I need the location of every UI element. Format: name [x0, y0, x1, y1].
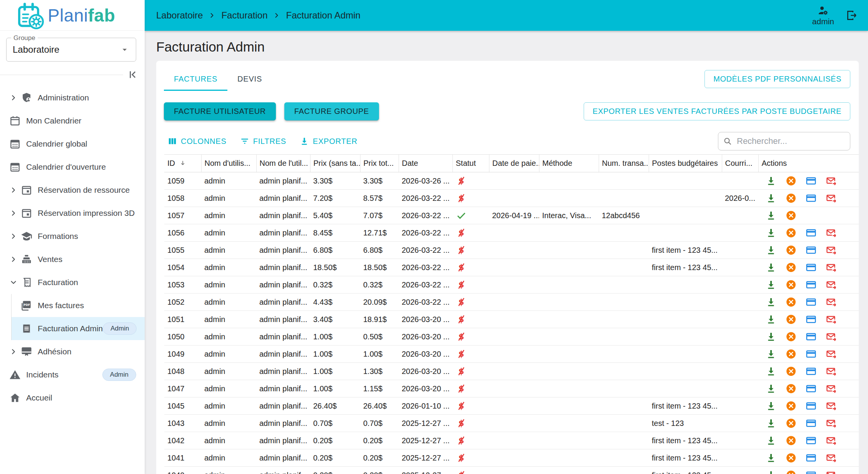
- send-invoice-email-icon[interactable]: [825, 296, 837, 308]
- download-invoice-icon[interactable]: [765, 383, 777, 394]
- cancel-invoice-icon[interactable]: [785, 383, 797, 394]
- tab-devis[interactable]: DEVIS: [227, 70, 272, 90]
- download-invoice-icon[interactable]: [765, 452, 777, 464]
- column-header-date[interactable]: Date: [399, 155, 452, 172]
- filters-button[interactable]: FILTRES: [240, 136, 286, 146]
- sidebar-item-administration[interactable]: Administration: [0, 86, 145, 109]
- breadcrumb-section[interactable]: Facturation: [221, 10, 267, 21]
- cancel-invoice-icon[interactable]: [785, 331, 797, 342]
- send-invoice-email-icon[interactable]: [825, 417, 837, 429]
- download-invoice-icon[interactable]: [765, 296, 777, 308]
- breadcrumb-group[interactable]: Laboratoire: [156, 10, 203, 21]
- sidebar-item-accueil[interactable]: Accueil: [0, 386, 145, 409]
- column-header-nom-d-utilis[interactable]: Nom d'utilis...: [201, 155, 256, 172]
- send-invoice-email-icon[interactable]: [825, 400, 837, 412]
- send-invoice-email-icon[interactable]: [825, 314, 837, 325]
- sidebar-item-ventes[interactable]: Ventes: [0, 248, 145, 271]
- logout-icon[interactable]: [846, 9, 858, 22]
- sidebar-item-reservation-de-ressource[interactable]: Réservation de ressource: [0, 179, 145, 202]
- column-header-date-de-paie[interactable]: Date de paie...: [489, 155, 539, 172]
- send-invoice-email-icon[interactable]: [825, 331, 837, 342]
- cancel-invoice-icon[interactable]: [785, 192, 797, 204]
- cancel-invoice-icon[interactable]: [785, 314, 797, 325]
- cancel-invoice-icon[interactable]: [785, 417, 797, 429]
- cancel-invoice-icon[interactable]: [785, 279, 797, 290]
- export-sales-button[interactable]: EXPORTER LES VENTES FACTURÉES PAR POSTE …: [584, 102, 850, 120]
- collapse-sidebar-icon[interactable]: [127, 69, 139, 80]
- cancel-invoice-icon[interactable]: [785, 452, 797, 464]
- download-invoice-icon[interactable]: [765, 262, 777, 273]
- column-header-num-transa[interactable]: Num. transa...: [599, 155, 649, 172]
- sort-descending-icon[interactable]: [179, 159, 187, 167]
- column-header-methode[interactable]: Méthode: [539, 155, 599, 172]
- sidebar-item-calendrier-global[interactable]: Calendrier global: [0, 132, 145, 155]
- download-invoice-icon[interactable]: [765, 417, 777, 429]
- sidebar-item-calendrier-d-ouverture[interactable]: Calendrier d'ouverture: [0, 155, 145, 179]
- send-invoice-email-icon[interactable]: [825, 244, 837, 256]
- sidebar-item-incidents[interactable]: IncidentsAdmin: [0, 363, 145, 386]
- send-invoice-email-icon[interactable]: [825, 279, 837, 290]
- download-invoice-icon[interactable]: [765, 244, 777, 256]
- payment-icon[interactable]: [805, 400, 817, 412]
- column-header-postes-budgetaires[interactable]: Postes budgétaires: [649, 155, 722, 172]
- invoice-group-button[interactable]: FACTURE GROUPE: [284, 102, 379, 120]
- sidebar-item-mes-factures[interactable]: Mes factures: [11, 294, 145, 317]
- cancel-invoice-icon[interactable]: [785, 435, 797, 446]
- column-header-prix-sans-ta[interactable]: Prix (sans ta...: [310, 155, 360, 172]
- column-header-courri[interactable]: Courri...: [722, 155, 758, 172]
- send-invoice-email-icon[interactable]: [825, 452, 837, 464]
- payment-icon[interactable]: [805, 469, 817, 474]
- download-invoice-icon[interactable]: [765, 348, 777, 360]
- payment-icon[interactable]: [805, 383, 817, 394]
- payment-icon[interactable]: [805, 279, 817, 290]
- invoice-user-button[interactable]: FACTURE UTILISATEUR: [164, 102, 276, 120]
- column-header-id[interactable]: ID: [164, 155, 201, 172]
- payment-icon[interactable]: [805, 366, 817, 377]
- columns-button[interactable]: COLONNES: [167, 136, 227, 146]
- group-select[interactable]: Groupe Laboratoire: [6, 38, 136, 62]
- payment-icon[interactable]: [805, 348, 817, 360]
- cancel-invoice-icon[interactable]: [785, 400, 797, 412]
- sidebar-item-reservation-impression-3d[interactable]: Réservation impression 3D: [0, 202, 145, 225]
- logo[interactable]: Planifab: [0, 0, 145, 31]
- download-invoice-icon[interactable]: [765, 435, 777, 446]
- payment-icon[interactable]: [805, 331, 817, 342]
- cancel-invoice-icon[interactable]: [785, 296, 797, 308]
- send-invoice-email-icon[interactable]: [825, 383, 837, 394]
- payment-icon[interactable]: [805, 435, 817, 446]
- download-invoice-icon[interactable]: [765, 175, 777, 187]
- payment-icon[interactable]: [805, 175, 817, 187]
- cancel-invoice-icon[interactable]: [785, 262, 797, 273]
- send-invoice-email-icon[interactable]: [825, 366, 837, 377]
- payment-icon[interactable]: [805, 314, 817, 325]
- download-invoice-icon[interactable]: [765, 469, 777, 474]
- sidebar-item-facturation[interactable]: Facturation: [0, 271, 145, 294]
- cancel-invoice-icon[interactable]: [785, 469, 797, 474]
- payment-icon[interactable]: [805, 244, 817, 256]
- column-header-nom-de-l-util[interactable]: Nom de l'util...: [256, 155, 310, 172]
- cancel-invoice-icon[interactable]: [785, 227, 797, 239]
- column-header-prix-tot[interactable]: Prix tot...: [360, 155, 399, 172]
- cancel-invoice-icon[interactable]: [785, 175, 797, 187]
- download-invoice-icon[interactable]: [765, 279, 777, 290]
- payment-icon[interactable]: [805, 296, 817, 308]
- download-invoice-icon[interactable]: [765, 210, 777, 221]
- cancel-invoice-icon[interactable]: [785, 210, 797, 221]
- send-invoice-email-icon[interactable]: [825, 435, 837, 446]
- payment-icon[interactable]: [805, 192, 817, 204]
- cancel-invoice-icon[interactable]: [785, 244, 797, 256]
- sidebar-item-formations[interactable]: Formations: [0, 225, 145, 248]
- send-invoice-email-icon[interactable]: [825, 262, 837, 273]
- send-invoice-email-icon[interactable]: [825, 469, 837, 474]
- download-invoice-icon[interactable]: [765, 331, 777, 342]
- sidebar-item-mon-calendrier[interactable]: Mon Calendrier: [0, 109, 145, 132]
- send-invoice-email-icon[interactable]: [825, 192, 837, 204]
- sidebar-item-facturation-admin[interactable]: Facturation AdminAdmin: [11, 317, 145, 340]
- send-invoice-email-icon[interactable]: [825, 227, 837, 239]
- download-invoice-icon[interactable]: [765, 366, 777, 377]
- payment-icon[interactable]: [805, 262, 817, 273]
- column-header-statut[interactable]: Statut: [452, 155, 489, 172]
- download-invoice-icon[interactable]: [765, 314, 777, 325]
- column-header-actions[interactable]: Actions: [758, 155, 859, 172]
- user-menu[interactable]: admin: [812, 5, 834, 26]
